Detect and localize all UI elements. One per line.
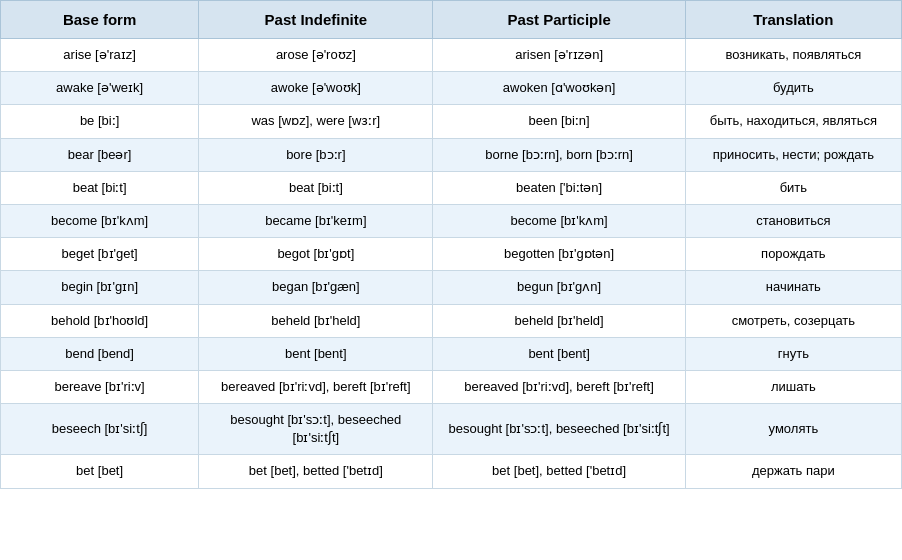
cell-past_indef: begot [bɪ'gɒt] bbox=[199, 238, 433, 271]
cell-base: begin [bɪ'gɪn] bbox=[1, 271, 199, 304]
cell-base: bend [bend] bbox=[1, 337, 199, 370]
cell-translation: держать пари bbox=[685, 455, 901, 488]
table-row: become [bɪ'kʌm]became [bɪ'keɪm]become [b… bbox=[1, 204, 902, 237]
cell-past_part: arisen [ə'rɪzən] bbox=[433, 39, 685, 72]
table-row: bereave [bɪ'riːv]bereaved [bɪ'riːvd], be… bbox=[1, 370, 902, 403]
table-row: beget [bɪ'get]begot [bɪ'gɒt]begotten [bɪ… bbox=[1, 238, 902, 271]
col-header-translation: Translation bbox=[685, 1, 901, 39]
cell-base: behold [bɪ'hoʊld] bbox=[1, 304, 199, 337]
cell-past_part: beheld [bɪ'held] bbox=[433, 304, 685, 337]
cell-past_part: bet [bet], betted ['betɪd] bbox=[433, 455, 685, 488]
table-row: begin [bɪ'gɪn]began [bɪ'gæn]begun [bɪ'gʌ… bbox=[1, 271, 902, 304]
cell-past_indef: became [bɪ'keɪm] bbox=[199, 204, 433, 237]
cell-base: beget [bɪ'get] bbox=[1, 238, 199, 271]
cell-past_part: begotten [bɪ'gɒtən] bbox=[433, 238, 685, 271]
col-header-base: Base form bbox=[1, 1, 199, 39]
cell-past_part: bent [bent] bbox=[433, 337, 685, 370]
cell-translation: быть, находиться, являться bbox=[685, 105, 901, 138]
cell-translation: приносить, нести; рождать bbox=[685, 138, 901, 171]
cell-past_part: borne [bɔːrn], born [bɔːrn] bbox=[433, 138, 685, 171]
cell-base: bet [bet] bbox=[1, 455, 199, 488]
cell-translation: порождать bbox=[685, 238, 901, 271]
table-row: bend [bend]bent [bent]bent [bent]гнуть bbox=[1, 337, 902, 370]
cell-translation: гнуть bbox=[685, 337, 901, 370]
cell-past_part: beaten ['biːtən] bbox=[433, 171, 685, 204]
table-row: be [biː]was [wɒz], were [wɜːr]been [biːn… bbox=[1, 105, 902, 138]
cell-base: beseech [bɪ'siːtʃ] bbox=[1, 404, 199, 455]
cell-past_indef: beheld [bɪ'held] bbox=[199, 304, 433, 337]
cell-translation: умолять bbox=[685, 404, 901, 455]
cell-base: awake [ə'weɪk] bbox=[1, 72, 199, 105]
cell-past_part: awoken [ɑ'woʊkən] bbox=[433, 72, 685, 105]
cell-past_part: become [bɪ'kʌm] bbox=[433, 204, 685, 237]
col-header-past-indef: Past Indefinite bbox=[199, 1, 433, 39]
cell-base: bear [beər] bbox=[1, 138, 199, 171]
table-row: arise [ə'raɪz]arose [ə'roʊz]arisen [ə'rɪ… bbox=[1, 39, 902, 72]
table-row: bet [bet]bet [bet], betted ['betɪd]bet [… bbox=[1, 455, 902, 488]
cell-translation: начинать bbox=[685, 271, 901, 304]
cell-past_indef: beat [biːt] bbox=[199, 171, 433, 204]
table-row: behold [bɪ'hoʊld]beheld [bɪ'held]beheld … bbox=[1, 304, 902, 337]
cell-past_indef: began [bɪ'gæn] bbox=[199, 271, 433, 304]
cell-past_indef: bet [bet], betted ['betɪd] bbox=[199, 455, 433, 488]
cell-past_indef: bore [bɔːr] bbox=[199, 138, 433, 171]
cell-past_part: begun [bɪ'gʌn] bbox=[433, 271, 685, 304]
cell-translation: будить bbox=[685, 72, 901, 105]
cell-past_part: been [biːn] bbox=[433, 105, 685, 138]
cell-base: become [bɪ'kʌm] bbox=[1, 204, 199, 237]
cell-translation: возникать, появляться bbox=[685, 39, 901, 72]
table-row: beseech [bɪ'siːtʃ]besought [bɪ'sɔːt], be… bbox=[1, 404, 902, 455]
cell-past_indef: besought [bɪ'sɔːt], beseeched [bɪ'siːtʃt… bbox=[199, 404, 433, 455]
irregular-verbs-table: Base form Past Indefinite Past Participl… bbox=[0, 0, 902, 489]
cell-past_part: besought [bɪ'sɔːt], beseeched [bɪ'siːtʃt… bbox=[433, 404, 685, 455]
cell-translation: смотреть, созерцать bbox=[685, 304, 901, 337]
cell-past_indef: bent [bent] bbox=[199, 337, 433, 370]
table-row: beat [biːt]beat [biːt]beaten ['biːtən]би… bbox=[1, 171, 902, 204]
table-row: bear [beər]bore [bɔːr]borne [bɔːrn], bor… bbox=[1, 138, 902, 171]
cell-base: beat [biːt] bbox=[1, 171, 199, 204]
cell-past_indef: bereaved [bɪ'riːvd], bereft [bɪ'reft] bbox=[199, 370, 433, 403]
cell-past_indef: awoke [ə'woʊk] bbox=[199, 72, 433, 105]
cell-base: bereave [bɪ'riːv] bbox=[1, 370, 199, 403]
cell-translation: лишать bbox=[685, 370, 901, 403]
cell-translation: бить bbox=[685, 171, 901, 204]
table-row: awake [ə'weɪk]awoke [ə'woʊk]awoken [ɑ'wo… bbox=[1, 72, 902, 105]
cell-past_part: bereaved [bɪ'riːvd], bereft [bɪ'reft] bbox=[433, 370, 685, 403]
cell-translation: становиться bbox=[685, 204, 901, 237]
cell-base: arise [ə'raɪz] bbox=[1, 39, 199, 72]
cell-base: be [biː] bbox=[1, 105, 199, 138]
cell-past_indef: was [wɒz], were [wɜːr] bbox=[199, 105, 433, 138]
col-header-past-part: Past Participle bbox=[433, 1, 685, 39]
cell-past_indef: arose [ə'roʊz] bbox=[199, 39, 433, 72]
